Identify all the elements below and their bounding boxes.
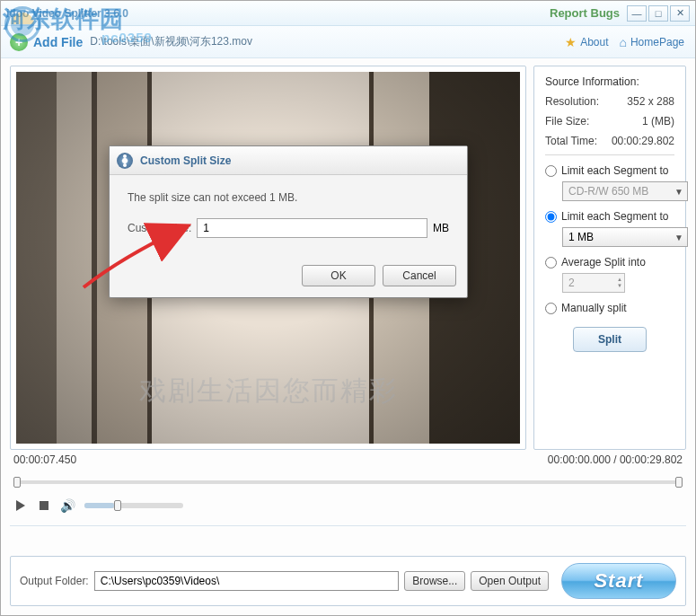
report-bugs-link[interactable]: Report Bugs (550, 6, 620, 20)
video-panel: 戏剧生活因您而精彩 Custom Split Size The split si… (10, 66, 526, 450)
limit-cd-combo[interactable]: CD-R/W 650 MB ▼ (562, 181, 688, 201)
maximize-button[interactable]: □ (648, 5, 668, 22)
chevron-down-icon: ▼ (674, 233, 683, 242)
average-label: Average Split into (561, 256, 646, 268)
svg-rect-0 (40, 501, 48, 510)
limit-mb-combo[interactable]: 1 MB ▼ (562, 227, 688, 247)
custom-split-dialog: Custom Split Size The split size can not… (109, 145, 468, 298)
minimize-button[interactable]: — (627, 5, 647, 22)
radio-average[interactable] (545, 257, 557, 268)
about-link[interactable]: ★ About (565, 35, 608, 49)
dialog-titlebar: Custom Split Size (110, 146, 467, 175)
custom-size-unit: MB (433, 222, 449, 234)
totaltime-value: 00:00:29.802 (612, 135, 674, 147)
volume-slider[interactable] (84, 503, 183, 508)
time-bar: 00:00:07.450 00:00:00.000 / 00:00:29.802 (1, 450, 695, 466)
manual-label: Manually split (561, 302, 627, 314)
film-reel-icon (117, 153, 133, 169)
filesize-label: File Size: (545, 115, 589, 128)
custom-size-label: Custom Size: (128, 222, 191, 234)
average-value: 2 (568, 277, 575, 289)
limit-mb-value: 1 MB (568, 231, 594, 243)
source-info-title: Source Information: (545, 75, 674, 88)
ok-button[interactable]: OK (302, 265, 375, 286)
option-limit-cd[interactable]: Limit each Segment to (545, 164, 674, 177)
radio-manual[interactable] (545, 303, 557, 314)
spinner-arrows-icon: ▲▼ (617, 277, 622, 289)
play-button[interactable] (13, 498, 28, 513)
add-file-button[interactable]: + Add File (10, 33, 83, 51)
stop-button[interactable] (37, 498, 51, 513)
resolution-label: Resolution: (545, 95, 599, 108)
add-file-label: Add File (33, 35, 83, 49)
volume-thumb[interactable] (114, 500, 121, 511)
open-output-button[interactable]: Open Output (471, 571, 549, 591)
browse-button[interactable]: Browse... (404, 571, 465, 591)
radio-limit-cd[interactable] (545, 165, 557, 177)
titlebar: idoo Video Splitter 3.6.0 Report Bugs — … (1, 1, 695, 26)
limit-cd-value: CD-R/W 650 MB (568, 185, 648, 198)
homepage-label: HomePage (630, 36, 684, 48)
file-path-label: D:\tools\桌面\新视频\河东123.mov (90, 34, 252, 49)
window-title: idoo Video Splitter 3.6.0 (6, 7, 128, 20)
radio-limit-mb[interactable] (545, 211, 557, 223)
volume-icon: 🔊 (60, 498, 75, 513)
dialog-title: Custom Split Size (140, 154, 231, 167)
output-folder-input[interactable] (94, 571, 400, 591)
limit-mb-label: Limit each Segment to (561, 210, 668, 223)
side-panel: Source Information: Resolution:352 x 288… (533, 66, 686, 450)
seek-thumb-end[interactable] (675, 477, 683, 488)
play-icon (15, 500, 26, 511)
video-subtitle: 戏剧生活因您而精彩 (139, 373, 398, 409)
dialog-message: The split size can not exceed 1 MB. (128, 191, 449, 204)
resolution-value: 352 x 288 (627, 95, 674, 108)
playback-controls: 🔊 (1, 486, 695, 513)
average-spinner[interactable]: 2 ▲▼ (562, 273, 625, 293)
about-label: About (580, 36, 608, 48)
custom-size-input[interactable] (197, 218, 427, 238)
cancel-button[interactable]: Cancel (383, 265, 456, 286)
bottom-bar: Output Folder: Browse... Open Output Sta… (10, 556, 686, 606)
chevron-down-icon: ▼ (674, 187, 683, 197)
filesize-value: 1 (MB) (642, 115, 674, 128)
option-average[interactable]: Average Split into (545, 256, 674, 268)
stop-icon (40, 501, 48, 510)
home-icon: ⌂ (619, 35, 626, 49)
star-icon: ★ (565, 35, 577, 49)
seek-thumb-start[interactable] (13, 477, 21, 488)
start-button[interactable]: Start (561, 563, 676, 599)
option-limit-mb[interactable]: Limit each Segment to (545, 210, 674, 223)
close-button[interactable]: ✕ (670, 5, 690, 22)
split-button[interactable]: Split (573, 327, 647, 352)
time-range: 00:00:00.000 / 00:00:29.802 (548, 453, 683, 466)
option-manual[interactable]: Manually split (545, 302, 674, 314)
output-folder-label: Output Folder: (20, 575, 89, 587)
seek-slider[interactable] (13, 479, 683, 486)
plus-icon: + (10, 33, 28, 51)
current-time: 00:00:07.450 (13, 453, 76, 466)
divider (10, 525, 686, 526)
video-preview[interactable]: 戏剧生活因您而精彩 Custom Split Size The split si… (16, 72, 520, 444)
toolbar: + Add File D:\tools\桌面\新视频\河东123.mov ★ A… (1, 26, 695, 58)
homepage-link[interactable]: ⌂ HomePage (619, 35, 684, 49)
totaltime-label: Total Time: (545, 135, 597, 147)
limit-cd-label: Limit each Segment to (561, 164, 668, 177)
